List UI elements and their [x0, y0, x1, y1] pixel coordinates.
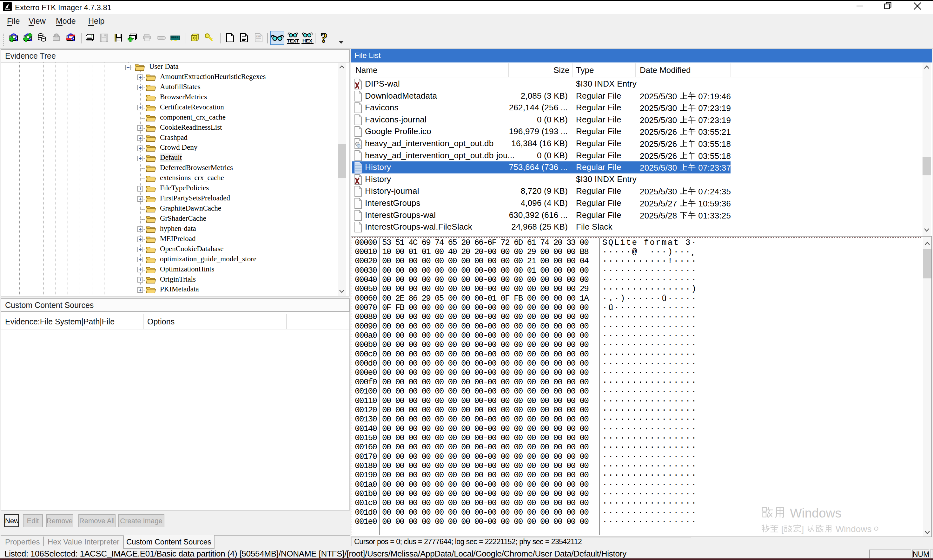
- svg-text:?: ?: [321, 32, 327, 45]
- svg-text:DIR: DIR: [256, 35, 261, 38]
- svg-text:TEXT: TEXT: [287, 38, 299, 43]
- svg-text:HEX: HEX: [302, 38, 312, 43]
